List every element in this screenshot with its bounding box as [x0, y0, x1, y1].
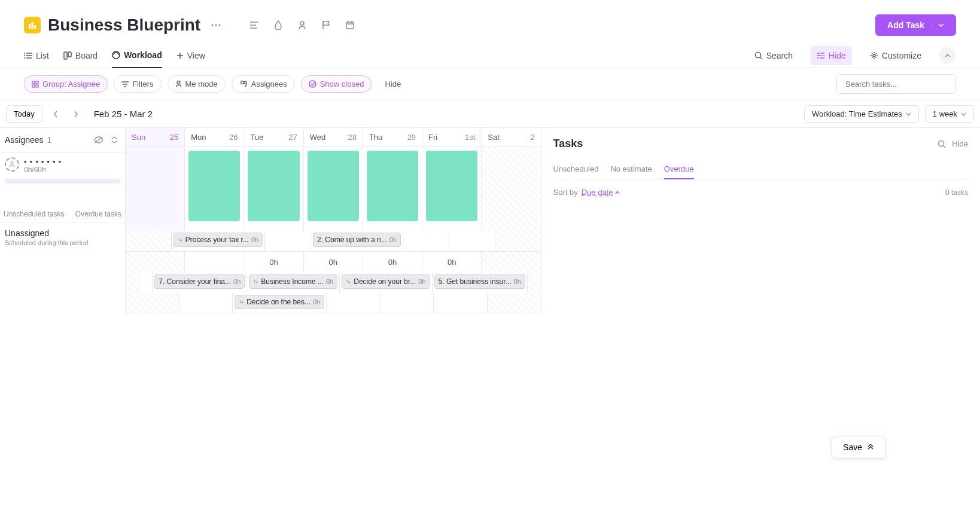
task-cell[interactable] [126, 293, 179, 313]
today-button[interactable]: Today [6, 105, 42, 123]
task-card[interactable]: ⤷Decide on your br...0h [342, 274, 430, 289]
unassigned-subtitle: Scheduled during this period [0, 239, 125, 252]
availability-block[interactable] [248, 151, 299, 221]
sidebar-tab-overdue[interactable]: Overdue tasks [75, 210, 121, 218]
task-cell[interactable] [403, 231, 449, 251]
hide-button[interactable]: Hide [811, 46, 852, 65]
task-cell[interactable]: ⤷Decide on your br...0h [339, 273, 431, 293]
day-column[interactable] [481, 147, 540, 231]
day-column[interactable] [363, 147, 422, 231]
task-cell[interactable] [139, 273, 153, 293]
task-card[interactable]: ⤷Process your tax r...0h [174, 233, 263, 247]
visibility-toggle-icon[interactable] [93, 134, 105, 146]
more-options-button[interactable] [208, 17, 224, 33]
task-cell[interactable] [433, 293, 487, 313]
task-icon: ⤷ [178, 236, 183, 244]
day-column[interactable] [244, 147, 303, 231]
task-cell[interactable] [487, 293, 541, 313]
task-count: 0 tasks [945, 188, 968, 197]
sidebar-tab-unscheduled[interactable]: Unscheduled tasks [4, 210, 64, 218]
tasks-side-panel: Tasks Hide Unscheduled No estimate Overd… [541, 128, 981, 313]
search-button[interactable]: Search [748, 46, 799, 65]
person-icon[interactable] [294, 17, 311, 33]
search-tasks-input[interactable] [836, 74, 956, 94]
hour-cell: 0h [422, 252, 481, 273]
svg-point-45 [309, 81, 316, 87]
water-drop-icon[interactable] [270, 17, 287, 33]
task-cell[interactable] [527, 273, 541, 293]
assignee-hours: 0h/60h [24, 166, 120, 174]
assignee-row[interactable]: ▪ ▪ ▪ ▪ ▪ ▪ ▪ 0h/60h [0, 152, 125, 176]
task-cell[interactable] [495, 231, 541, 251]
day-column[interactable] [422, 147, 481, 231]
customize-button[interactable]: Customize [864, 46, 927, 65]
tab-workload[interactable]: Workload [112, 43, 162, 68]
unassigned-header[interactable]: Unassigned [0, 222, 125, 239]
flag-icon[interactable] [318, 17, 334, 33]
task-card[interactable]: ⤷Business Income ...0h [249, 274, 337, 289]
filter-bar: Group: Assignee Filters Me mode Assignee… [0, 68, 980, 100]
sort-label: Sort by [553, 188, 578, 197]
next-week-button[interactable] [69, 108, 83, 120]
collapse-tabs-button[interactable] [939, 47, 956, 64]
week-select[interactable]: 1 week [925, 105, 974, 123]
rp-tab-overdue[interactable]: Overdue [664, 160, 694, 179]
task-card[interactable]: ⤷Decide on the bes...0h [235, 295, 324, 309]
calendar-icon-header[interactable] [342, 17, 358, 33]
task-card[interactable]: 5. Get business insur...0h [434, 274, 525, 289]
task-cell[interactable] [326, 293, 380, 313]
calendar-header-row: Sun25 Mon26 Tue27 Wed28 Thu29 Fri1st Sat… [126, 128, 541, 147]
sort-value-button[interactable]: Due date [582, 188, 620, 197]
project-icon [24, 17, 41, 33]
tab-list[interactable]: List [24, 44, 49, 68]
availability-block[interactable] [367, 151, 418, 221]
task-cell[interactable]: 7. Consider your fina...0h [152, 273, 246, 293]
task-cell[interactable] [380, 293, 434, 313]
availability-block[interactable] [188, 151, 240, 221]
workload-select[interactable]: Workload: Time Estimates [804, 105, 919, 123]
availability-block[interactable] [426, 151, 477, 221]
task-card[interactable]: 7. Consider your fina...0h [154, 274, 245, 289]
day-column[interactable] [303, 147, 363, 231]
filter-assignees[interactable]: Assignees [232, 75, 295, 93]
alignment-icon[interactable] [246, 17, 263, 33]
task-card[interactable]: 2. Come up with a n...0h [313, 233, 401, 247]
prev-week-button[interactable] [48, 108, 63, 120]
svg-point-4 [215, 25, 217, 26]
task-cell[interactable] [179, 293, 233, 313]
availability-block[interactable] [308, 151, 359, 221]
day-header: Tue27 [244, 128, 303, 147]
task-cell[interactable] [126, 273, 139, 293]
tab-add-view[interactable]: View [176, 44, 205, 68]
filter-hide[interactable]: Hide [378, 76, 408, 92]
task-hours: 0h [313, 298, 320, 306]
filter-filters[interactable]: Filters [114, 75, 161, 93]
day-column[interactable] [126, 147, 184, 231]
hide-panel-button[interactable]: Hide [952, 139, 968, 148]
search-icon[interactable] [938, 140, 946, 148]
task-cell[interactable] [126, 231, 171, 251]
svg-point-19 [24, 55, 25, 56]
task-cell[interactable] [449, 231, 495, 251]
task-cell[interactable]: ⤷Decide on the bes...0h [232, 293, 326, 313]
view-tabs: List Board Workload View Search Hide Cus… [0, 43, 980, 68]
svg-point-20 [24, 57, 25, 59]
task-cell[interactable] [264, 231, 311, 251]
rp-tab-noestimate[interactable]: No estimate [610, 160, 652, 179]
unassigned-task-row: ⤷Decide on the bes...0h [126, 293, 541, 313]
collapse-all-icon[interactable] [108, 134, 120, 146]
task-label: 2. Come up with a n... [317, 236, 387, 244]
filter-me-mode[interactable]: Me mode [168, 75, 226, 93]
rp-tab-unscheduled[interactable]: Unscheduled [553, 160, 599, 179]
task-cell[interactable]: 5. Get business insur...0h [432, 273, 527, 293]
task-cell[interactable]: ⤷Process your tax r...0h [171, 231, 264, 251]
task-cell[interactable]: 2. Come up with a n...0h [311, 231, 403, 251]
add-task-button[interactable]: Add Task [875, 14, 956, 36]
task-hours: 0h [233, 278, 241, 285]
add-task-label: Add Task [887, 20, 924, 30]
filter-group[interactable]: Group: Assignee [24, 75, 108, 93]
day-column[interactable] [184, 147, 244, 231]
tab-board[interactable]: Board [63, 44, 98, 68]
task-cell[interactable]: ⤷Business Income ...0h [246, 273, 339, 293]
filter-show-closed[interactable]: Show closed [301, 75, 372, 93]
